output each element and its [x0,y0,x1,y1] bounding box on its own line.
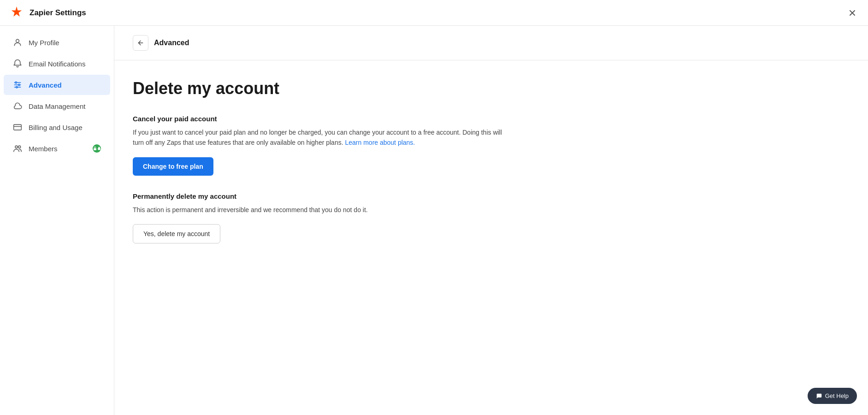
sidebar-item-members[interactable]: Members [4,138,110,159]
lock-icon [93,146,97,151]
page-title: Delete my account [133,79,511,98]
permanently-delete-title: Permanently delete my account [133,192,511,200]
app-title: Zapier Settings [30,8,86,18]
svg-point-4 [15,82,17,83]
content-header: Advanced [114,26,868,60]
sidebar: My Profile Email Notifications [0,26,114,415]
chat-icon [816,393,822,399]
sidebar-label-email-notifications: Email Notifications [29,60,85,68]
person-icon [13,38,22,47]
card-icon [13,123,22,132]
get-help-button[interactable]: Get Help [808,388,857,404]
change-to-free-plan-button[interactable]: Change to free plan [133,157,213,176]
sidebar-item-my-profile[interactable]: My Profile [4,32,110,53]
get-help-label: Get Help [825,392,849,399]
yes-delete-my-account-button[interactable]: Yes, delete my account [133,224,220,243]
sidebar-item-advanced[interactable]: Advanced [4,75,110,95]
learn-more-link[interactable]: Learn more about plans. [345,139,415,146]
permanently-delete-description: This action is permanent and irreversibl… [133,205,511,215]
sidebar-label-advanced: Advanced [29,81,62,89]
svg-point-10 [18,146,21,148]
cancel-paid-desc-text: If you just want to cancel your paid pla… [133,129,502,146]
zapier-logo [9,6,24,20]
content-body: Delete my account Cancel your paid accou… [114,60,529,279]
sidebar-item-data-management[interactable]: Data Management [4,96,110,116]
sidebar-label-data-management: Data Management [29,102,85,110]
back-arrow-icon [137,39,144,47]
svg-rect-7 [14,125,22,130]
sidebar-label-billing-and-usage: Billing and Usage [29,124,83,131]
permanently-delete-section: Permanently delete my account This actio… [133,192,511,243]
svg-point-6 [16,86,18,88]
close-button[interactable] [846,6,859,19]
cancel-paid-section: Cancel your paid account If you just wan… [133,115,511,176]
cancel-paid-description: If you just want to cancel your paid pla… [133,127,511,148]
header-left: Zapier Settings [9,6,86,20]
cancel-paid-title: Cancel your paid account [133,115,511,123]
svg-point-0 [16,39,19,42]
app-header: Zapier Settings [0,0,868,26]
sliders-icon [13,80,22,89]
members-lock-badge [93,144,101,153]
svg-point-9 [15,146,18,148]
main-layout: My Profile Email Notifications [0,26,868,415]
bell-icon [13,59,22,68]
cloud-icon [13,101,22,111]
sidebar-item-billing-and-usage[interactable]: Billing and Usage [4,117,110,137]
svg-rect-11 [94,148,96,150]
sidebar-item-email-notifications[interactable]: Email Notifications [4,53,110,74]
permanently-delete-desc-text: This action is permanent and irreversibl… [133,206,368,213]
content-area: Advanced Delete my account Cancel your p… [114,26,868,415]
breadcrumb-title: Advanced [154,39,189,47]
sidebar-label-my-profile: My Profile [29,39,59,47]
back-button[interactable] [133,35,148,51]
close-icon [848,8,857,18]
people-icon [13,144,22,153]
svg-point-5 [18,84,20,85]
sidebar-label-members: Members [29,145,58,153]
